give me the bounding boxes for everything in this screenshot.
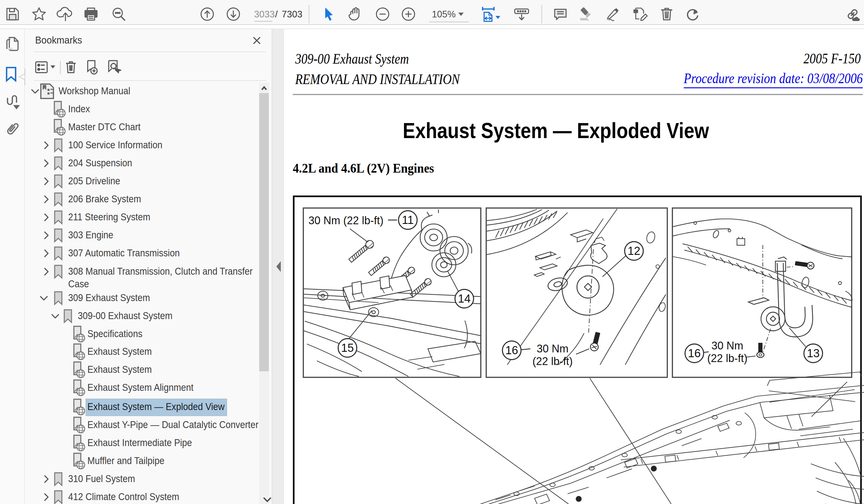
svg-text:14: 14 [458,292,471,305]
svg-text:11: 11 [402,214,413,226]
svg-text:16: 16 [688,347,701,360]
svg-text:13: 13 [807,347,819,360]
svg-text:16: 16 [505,344,518,357]
svg-text:15: 15 [341,342,354,354]
svg-text:30 Nm (22 lb-ft): 30 Nm (22 lb-ft) [309,214,384,226]
svg-text:30 Nm: 30 Nm [711,340,743,352]
svg-text:(22 lb-ft): (22 lb-ft) [532,355,573,367]
svg-text:(22 lb-ft): (22 lb-ft) [707,352,747,365]
svg-text:12: 12 [628,245,640,257]
svg-text:30 Nm: 30 Nm [537,343,568,355]
